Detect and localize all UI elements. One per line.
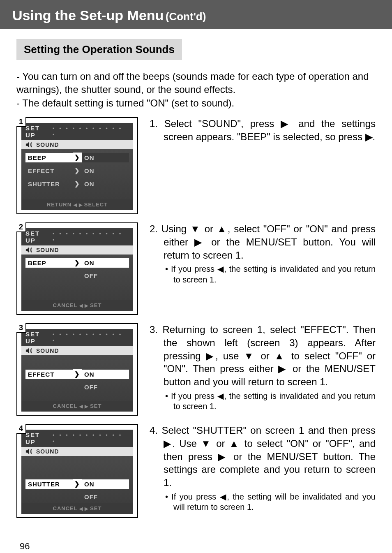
intro-item: You can turn on and off the beeps (sound… bbox=[16, 70, 376, 97]
screen-number: 4 bbox=[16, 424, 26, 434]
triangle-left-icon: ◀ bbox=[79, 404, 85, 409]
chevron-right-icon: ❯ bbox=[73, 369, 82, 379]
triangle-left-icon: ◀ bbox=[74, 202, 79, 207]
osd-sub-text: SOUND bbox=[36, 247, 59, 253]
step-row: 4 SET UP • • • • • • • • • • • • SOUND bbox=[16, 424, 376, 518]
step-text: 3. Returning to screen 1, select "EFFECT… bbox=[150, 323, 376, 388]
screen-number: 1 bbox=[16, 117, 26, 127]
osd-footer-right: SET bbox=[90, 302, 101, 308]
osd-footer-right: SET bbox=[90, 505, 101, 511]
camera-screen-1: 1 SET UP • • • • • • • • • • • • SOUND bbox=[16, 117, 138, 214]
step-text: 2. Using ▼ or ▲, select "OFF" or "ON" an… bbox=[150, 222, 376, 261]
speaker-icon bbox=[25, 247, 33, 253]
osd-sub-text: SOUND bbox=[36, 347, 59, 354]
triangle-right-icon: ▶ bbox=[85, 404, 90, 409]
osd-row-label: BEEP bbox=[25, 153, 73, 162]
osd-subheader: SOUND bbox=[21, 245, 133, 255]
osd-row-value: ON bbox=[82, 370, 129, 379]
osd-row-value: ON bbox=[82, 166, 129, 176]
osd-row-value: ON bbox=[82, 479, 129, 489]
osd-title-bar: SET UP • • • • • • • • • • • • bbox=[21, 228, 133, 245]
osd-footer-left: CANCEL bbox=[53, 302, 78, 308]
camera-screen-2: 2 SET UP • • • • • • • • • • • • SOUND bbox=[16, 222, 138, 315]
triangle-left-icon: ◀ bbox=[79, 506, 85, 511]
osd-row-label: EFFECT bbox=[25, 370, 73, 379]
osd-row-value: OFF bbox=[82, 492, 129, 502]
speaker-icon bbox=[25, 449, 33, 454]
camera-screen-3: 3 SET UP • • • • • • • • • • • • SOUND bbox=[16, 323, 138, 416]
osd-subheader: SOUND bbox=[21, 447, 133, 456]
osd-subheader: SOUND bbox=[21, 346, 133, 355]
osd-row: EFFECT ❯ ON bbox=[21, 164, 133, 177]
chevron-right-icon: ❯ bbox=[73, 153, 82, 162]
step-text: 4. Select "SHUTTER" on screen 1 and then… bbox=[150, 424, 376, 489]
osd-row-label: EFFECT bbox=[25, 166, 73, 176]
step-text: 1. Select "SOUND", press ▶ and the setti… bbox=[150, 117, 376, 143]
step-bullet: If you press ◀, the setting is invalidat… bbox=[150, 264, 376, 285]
chevron-right-icon: ❯ bbox=[73, 258, 82, 268]
triangle-right-icon: ▶ bbox=[85, 303, 90, 308]
page-title-main: Using the Set-up Menu bbox=[12, 7, 164, 23]
osd-title-text: SET UP bbox=[25, 230, 53, 244]
osd-footer-left: CANCEL bbox=[53, 505, 78, 511]
step-bullet: If you press ◀, the setting will be inva… bbox=[150, 492, 376, 513]
osd-sub-text: SOUND bbox=[36, 448, 59, 455]
osd-footer: CANCEL ◀ ▶ SET bbox=[21, 503, 133, 514]
osd-row: BEEP ❯ ON bbox=[21, 151, 133, 164]
osd-row-label: SHUTTER bbox=[25, 479, 73, 489]
intro-list: You can turn on and off the beeps (sound… bbox=[16, 70, 376, 110]
osd-title-bar: SET UP • • • • • • • • • • • • bbox=[21, 430, 133, 447]
triangle-left-icon: ◀ bbox=[79, 303, 85, 308]
osd-footer-left: CANCEL bbox=[53, 403, 78, 409]
osd-row: SHUTTER ❯ ON bbox=[21, 477, 133, 491]
speaker-icon bbox=[25, 348, 33, 354]
osd-row: EFFECT ❯ ON bbox=[21, 368, 133, 381]
page-number: 96 bbox=[0, 539, 392, 553]
osd-footer-right: SELECT bbox=[84, 201, 108, 208]
step-row: 2 SET UP • • • • • • • • • • • • SOUND bbox=[16, 222, 376, 315]
osd-footer-left: RETURN bbox=[47, 201, 71, 208]
step-row: 1 SET UP • • • • • • • • • • • • SOUND bbox=[16, 117, 376, 214]
osd-title-bar: SET UP • • • • • • • • • • • • bbox=[21, 329, 133, 346]
osd-footer: RETURN ◀ ▶ SELECT bbox=[21, 199, 133, 210]
step-text-block: 2. Using ▼ or ▲, select "OFF" or "ON" an… bbox=[150, 222, 376, 285]
page-header: Using the Set-up Menu (Cont'd) bbox=[0, 0, 392, 29]
osd-subheader: SOUND bbox=[21, 140, 133, 149]
osd-row-value: OFF bbox=[82, 382, 129, 392]
osd-title-bar: SET UP • • • • • • • • • • • • bbox=[21, 123, 133, 140]
osd-row-label: SHUTTER bbox=[25, 179, 73, 189]
osd-footer: CANCEL ◀ ▶ SET bbox=[21, 300, 133, 311]
step-text-block: 1. Select "SOUND", press ▶ and the setti… bbox=[150, 117, 376, 143]
osd-row: .. OFF bbox=[21, 491, 133, 503]
screen-number: 2 bbox=[16, 222, 26, 232]
section-heading: Setting the Operation Sounds bbox=[16, 39, 182, 60]
osd-title-text: SET UP bbox=[25, 431, 53, 445]
triangle-right-icon: ▶ bbox=[85, 506, 90, 511]
osd-row: BEEP ❯ ON bbox=[21, 256, 133, 269]
osd-footer-right: SET bbox=[90, 403, 101, 409]
camera-screen-4: 4 SET UP • • • • • • • • • • • • SOUND bbox=[16, 424, 138, 518]
page-content: Setting the Operation Sounds You can tur… bbox=[0, 29, 392, 539]
osd-row-value: ON bbox=[82, 153, 129, 162]
osd-row-label: BEEP bbox=[25, 258, 73, 268]
step-bullet: If you press ◀, the setting is invalidat… bbox=[150, 391, 376, 412]
screen-number: 3 bbox=[16, 323, 26, 333]
speaker-icon bbox=[25, 142, 33, 148]
osd-title-dots: • • • • • • • • • • • • bbox=[53, 331, 129, 344]
step-row: 3 SET UP • • • • • • • • • • • • SOUND bbox=[16, 323, 376, 416]
osd-row: SHUTTER ❯ ON bbox=[21, 177, 133, 190]
chevron-right-icon: ❯ bbox=[73, 479, 82, 489]
osd-row-value: ON bbox=[82, 179, 129, 189]
triangle-right-icon: ▶ bbox=[79, 202, 84, 207]
osd-footer: CANCEL ◀ ▶ SET bbox=[21, 401, 133, 412]
osd-title-dots: • • • • • • • • • • • • bbox=[53, 125, 129, 138]
chevron-right-icon: ❯ bbox=[73, 166, 82, 176]
osd-title-text: SET UP bbox=[25, 125, 53, 139]
osd-row: .. OFF bbox=[21, 269, 133, 282]
osd-row-value: OFF bbox=[82, 271, 129, 280]
step-text-block: 4. Select "SHUTTER" on screen 1 and then… bbox=[150, 424, 376, 513]
osd-row: .. OFF bbox=[21, 381, 133, 393]
osd-title-dots: • • • • • • • • • • • • bbox=[53, 231, 129, 243]
osd-sub-text: SOUND bbox=[36, 141, 59, 148]
intro-item: The default setting is turned "ON" (set … bbox=[16, 97, 376, 110]
